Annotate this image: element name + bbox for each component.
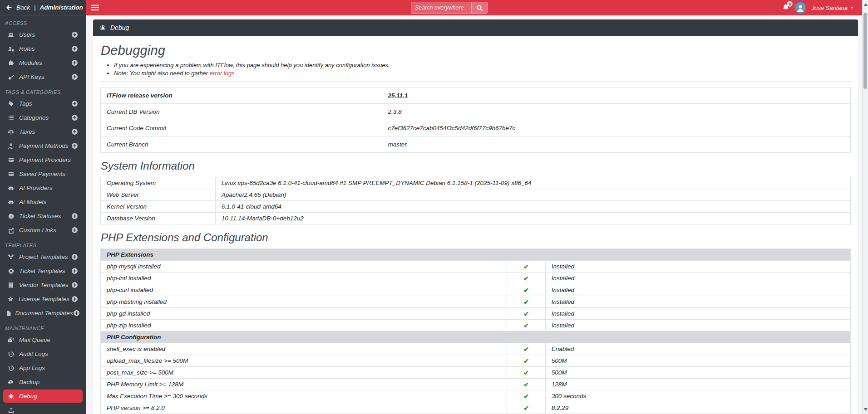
sidebar-item-label: Ticket Statuses (19, 213, 61, 219)
sidebar-item-label: Saved Payments (19, 170, 65, 177)
sidebar-item-label: App Logs (19, 365, 45, 371)
sidebar-item-custom-links[interactable]: Custom Links (3, 224, 83, 237)
sidebar-item-label: Debug (19, 393, 37, 399)
sidebar-item-item[interactable] (3, 404, 83, 414)
check-icon: ✔ (523, 310, 529, 317)
sidebar-item-payment-methods[interactable]: Payment Methods (3, 139, 83, 152)
sidebar-section-access: ACCESS (0, 15, 86, 28)
sidebar-item-ai-providers[interactable]: AI Providers (3, 181, 83, 195)
back-administration-link[interactable]: Back | Administration (0, 0, 86, 15)
plus-circle-icon[interactable] (69, 31, 80, 38)
sidebar-item-label: AI Providers (19, 185, 53, 191)
plus-circle-icon[interactable] (69, 268, 80, 274)
global-search (411, 2, 488, 14)
check-label: upload_max_filesize >= 500M (101, 355, 507, 367)
search-icon (476, 5, 483, 11)
row-value: 10.11.14-MariaDB-0+deb12u2 (215, 213, 850, 224)
plus-circle-icon[interactable] (69, 45, 80, 52)
sidebar-item-taxes[interactable]: Taxes (3, 125, 83, 138)
table-row: Database Version10.11.14-MariaDB-0+deb12… (101, 213, 851, 224)
table-row: shell_exec is enabled✔Enabled (101, 343, 851, 355)
sidebar-item-tags[interactable]: Tags (3, 97, 83, 110)
plus-circle-icon[interactable] (69, 100, 80, 107)
row-value: Apache/2.4.65 (Debian) (215, 189, 850, 201)
check-status-cell: ✔ (507, 296, 545, 308)
user-menu[interactable]: Jose Santana (811, 5, 854, 11)
sidebar-item-roles[interactable]: Roles (3, 42, 83, 55)
plus-circle-icon[interactable] (69, 227, 80, 234)
plus-circle-icon[interactable] (69, 282, 80, 288)
sidebar-item-project-templates[interactable]: Project Templates (3, 250, 83, 263)
sidebar-item-vendor-templates[interactable]: Vendor Templates (3, 278, 83, 292)
card-header: Debug (93, 19, 858, 36)
row-label: Current Branch (101, 136, 382, 153)
table-row: ITFlow release version25.11.1 (101, 88, 851, 104)
sidebar-item-mail-queue[interactable]: Mail Queue (3, 333, 83, 346)
plus-circle-icon[interactable] (69, 213, 80, 219)
row-value: c7ef3627ce7cab0454f3c5d42df6f77c9b67be7c (382, 120, 851, 136)
search-button[interactable] (471, 2, 488, 14)
table-row: php-mysqli installed✔Installed (101, 261, 851, 273)
plus-circle-icon[interactable] (69, 73, 80, 80)
sidebar-item-label: Roles (19, 45, 35, 52)
sidebar-item-ai-models[interactable]: AI Models (3, 195, 83, 209)
scroll-down-arrow[interactable] (864, 408, 868, 411)
section-header-php-configuration: PHP Configuration (101, 331, 851, 343)
sidebar-item-saved-payments[interactable]: Saved Payments (3, 167, 83, 180)
sidebar-menu: ACCESSUsersRolesModulesAPI KeysTAGS & CA… (0, 15, 86, 414)
plus-circle-icon[interactable] (69, 114, 80, 121)
sidebar-item-audit-logs[interactable]: Audit Logs (3, 347, 83, 360)
row-value: Linux vps-65d2ca3e 6.1.0-41-cloud-amd64 … (215, 177, 850, 189)
table-row: Kernel Version6.1.0-41-cloud-amd64 (101, 201, 851, 213)
plus-circle-icon[interactable] (69, 142, 80, 149)
sidebar-item-document-templates[interactable]: Document Templates (3, 307, 83, 320)
sidebar-item-categories[interactable]: Categories (3, 111, 83, 124)
sidebar-item-label: Modules (19, 59, 42, 66)
page-scrollbar[interactable] (862, 0, 868, 414)
list-icon (5, 115, 16, 121)
back-label: Back (16, 4, 30, 11)
sidebar-item-api-keys[interactable]: API Keys (3, 70, 83, 83)
sidebar-item-backup[interactable]: Backup (3, 375, 83, 389)
row-label: Current DB Version (101, 104, 382, 120)
check-result: 500M (545, 355, 850, 367)
error-logs-link[interactable]: error logs (210, 70, 235, 77)
notifications-button[interactable]: 4 (782, 3, 789, 12)
notification-badge: 4 (787, 1, 793, 7)
plus-circle-icon[interactable] (69, 253, 80, 260)
info-circle-icon (5, 213, 16, 219)
plus-circle-icon[interactable] (69, 128, 80, 135)
search-input[interactable] (411, 2, 471, 14)
section-header-php-extensions: PHP Extensions (101, 249, 851, 261)
sidebar-section-tags-categories: TAGS & CATEGORIES (0, 84, 86, 97)
sidebar-item-debug[interactable]: Debug (3, 390, 83, 403)
sidebar-item-users[interactable]: Users (3, 28, 83, 41)
check-icon: ✔ (523, 393, 529, 400)
check-result: 8.2.29 (545, 402, 850, 414)
plus-circle-icon[interactable] (69, 296, 80, 302)
plus-circle-icon[interactable] (73, 310, 80, 317)
sidebar-item-license-templates[interactable]: License Templates (3, 292, 83, 306)
robot-icon (5, 199, 16, 205)
users-icon (5, 32, 16, 38)
sidebar-section-templates: TEMPLATES (0, 238, 86, 250)
check-status-cell: ✔ (507, 390, 545, 402)
sidebar-item-label: Custom Links (19, 227, 56, 234)
hamburger-menu-icon[interactable] (91, 5, 99, 11)
key-icon (5, 74, 16, 80)
sidebar-item-ticket-statuses[interactable]: Ticket Statuses (3, 209, 83, 223)
check-result: Installed (545, 308, 850, 320)
user-avatar[interactable] (794, 2, 806, 14)
scroll-up-arrow[interactable] (864, 3, 868, 6)
sidebar-item-payment-providers[interactable]: Payment Providers (3, 153, 83, 166)
sidebar-item-ticket-templates[interactable]: Ticket Templates (3, 264, 83, 278)
hand-dollar-icon (5, 143, 16, 149)
table-row: Current Code Commitc7ef3627ce7cab0454f3c… (101, 120, 851, 136)
check-icon: ✔ (523, 275, 529, 282)
sidebar-item-modules[interactable]: Modules (3, 56, 83, 69)
scrollbar-thumb[interactable] (863, 13, 867, 89)
plus-circle-icon[interactable] (69, 59, 80, 66)
card-title: Debug (110, 24, 129, 31)
sidebar-item-app-logs[interactable]: App Logs (3, 361, 83, 375)
sidebar-item-label: Vendor Templates (19, 282, 69, 288)
